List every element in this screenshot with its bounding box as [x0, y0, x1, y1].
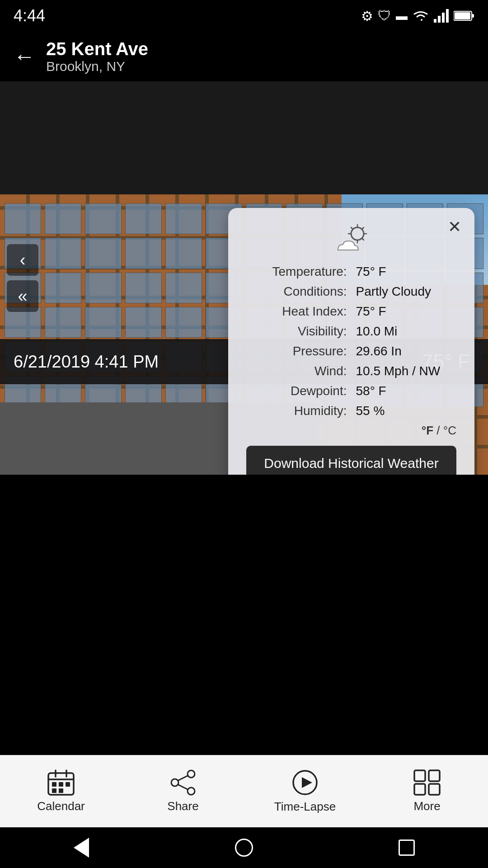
svg-point-26: [188, 788, 195, 795]
humidity-label: Humidity:: [246, 404, 352, 418]
window: [85, 238, 122, 269]
location-sub: Brooklyn, NY: [46, 59, 148, 74]
datetime-text: 6/21/2019 4:41 PM: [14, 352, 159, 371]
temperature-label: Temperature:: [246, 264, 352, 279]
svg-rect-20: [59, 782, 63, 787]
camera-area: ‹ « ✕: [0, 81, 488, 475]
download-historical-weather-button[interactable]: Download Historical Weather: [246, 446, 456, 475]
calendar-icon: [47, 769, 75, 796]
location-info: 25 Kent Ave Brooklyn, NY: [46, 39, 148, 74]
svg-rect-19: [52, 782, 56, 787]
status-icons: ⚙ 🛡 ▬: [361, 8, 474, 24]
window: [165, 203, 202, 234]
battery-icon: [454, 10, 474, 21]
recents-system-button[interactable]: [393, 834, 420, 861]
wifi-icon: [412, 9, 429, 23]
grid-icon: [413, 769, 441, 796]
status-bar: 4:44 ⚙ 🛡 ▬: [0, 0, 488, 32]
window: [45, 203, 81, 234]
back-system-button[interactable]: [68, 834, 95, 861]
dewpoint-value: 58° F: [352, 384, 457, 398]
conditions-label: Conditions:: [246, 284, 352, 299]
pressure-label: Pressure:: [246, 344, 352, 359]
svg-rect-1: [438, 16, 441, 23]
window: [125, 307, 162, 338]
svg-rect-0: [434, 19, 436, 23]
svg-rect-5: [472, 14, 474, 18]
prev-frame-button[interactable]: ‹: [7, 244, 38, 276]
svg-rect-34: [429, 784, 440, 795]
share-label: Share: [167, 799, 198, 813]
window: [45, 238, 81, 269]
nav-item-more[interactable]: More: [366, 769, 488, 813]
svg-marker-30: [302, 777, 312, 788]
visibility-label: Visibility:: [246, 324, 352, 339]
recents-square-icon: [399, 840, 415, 856]
weather-row-pressure: Pressure: 29.66 In: [246, 344, 456, 359]
svg-line-13: [362, 238, 364, 240]
nav-item-share[interactable]: Share: [122, 769, 244, 813]
visibility-value: 10.0 Mi: [352, 324, 457, 339]
window: [45, 273, 81, 303]
weather-row-wind: Wind: 10.5 Mph / NW: [246, 364, 456, 378]
prev-multi-button[interactable]: «: [7, 280, 38, 312]
weather-row-humidity: Humidity: 55 %: [246, 404, 456, 418]
temperature-value: 75° F: [352, 264, 457, 279]
home-system-button[interactable]: [230, 834, 258, 861]
window: [85, 203, 122, 234]
weather-row-visibility: Visibility: 10.0 Mi: [246, 324, 456, 339]
back-button[interactable]: ←: [14, 46, 35, 67]
weather-row-temperature: Temperature: 75° F: [246, 264, 456, 279]
calendar-label: Calendar: [37, 799, 85, 813]
window: [125, 273, 162, 303]
svg-line-14: [362, 227, 364, 229]
signal-icon: [434, 9, 449, 23]
weather-rows: Temperature: 75° F Conditions: Partly Cl…: [246, 264, 456, 418]
timelapse-label: Time-Lapse: [274, 800, 336, 814]
celsius-unit[interactable]: °C: [443, 424, 456, 437]
svg-point-24: [188, 770, 195, 778]
close-button[interactable]: ✕: [444, 216, 465, 238]
gear-icon: ⚙: [361, 8, 373, 24]
unit-toggle[interactable]: °F / °C: [246, 424, 456, 438]
heat-index-label: Heat Index:: [246, 304, 352, 319]
window: [85, 273, 122, 303]
weather-row-dewpoint: Dewpoint: 58° F: [246, 384, 456, 398]
window: [165, 238, 202, 269]
svg-line-28: [178, 785, 188, 789]
window: [125, 238, 162, 269]
svg-rect-6: [455, 12, 470, 19]
bottom-nav: Calendar Share Time-Lapse More: [0, 755, 488, 827]
wind-value: 10.5 Mph / NW: [352, 364, 457, 378]
top-bar: ← 25 Kent Ave Brooklyn, NY: [0, 32, 488, 81]
svg-rect-31: [414, 770, 425, 781]
weather-popup: ✕ Temperature: 75° F: [228, 208, 474, 475]
back-triangle-icon: [74, 838, 89, 858]
weather-row-heat-index: Heat Index: 75° F: [246, 304, 456, 319]
window: [85, 307, 122, 338]
status-time: 4:44: [14, 6, 45, 25]
window: [45, 307, 81, 338]
weather-icon-area: [246, 224, 456, 255]
pressure-value: 29.66 In: [352, 344, 457, 359]
svg-rect-32: [429, 770, 440, 781]
svg-line-27: [178, 776, 188, 780]
wind-label: Wind:: [246, 364, 352, 378]
window: [165, 273, 202, 303]
shield-icon: 🛡: [378, 8, 391, 24]
share-icon: [169, 769, 197, 796]
unit-divider: /: [433, 424, 443, 437]
nav-arrows-left[interactable]: ‹ «: [7, 244, 38, 312]
svg-point-25: [171, 779, 178, 786]
window: [5, 203, 41, 234]
sim-icon: ▬: [396, 9, 408, 23]
fahrenheit-unit[interactable]: °F: [422, 424, 433, 437]
svg-rect-33: [414, 784, 425, 795]
ad-banner: [0, 81, 488, 194]
system-nav: [0, 827, 488, 868]
svg-rect-2: [442, 13, 445, 23]
window: [125, 203, 162, 234]
nav-item-calendar[interactable]: Calendar: [0, 769, 122, 813]
nav-item-timelapse[interactable]: Time-Lapse: [244, 769, 366, 814]
conditions-value: Partly Cloudy: [352, 284, 457, 299]
